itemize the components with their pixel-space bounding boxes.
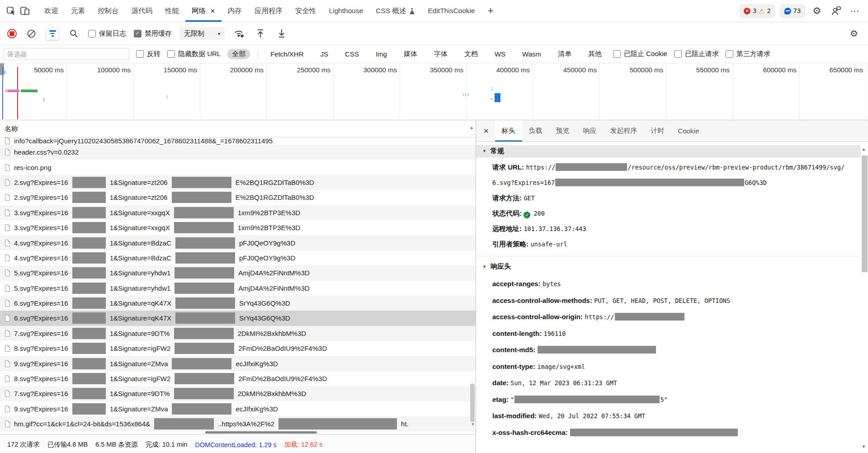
issues-badge[interactable]: ✕ 3 ⚠ 2 bbox=[740, 5, 775, 18]
request-row[interactable]: 6.svg?Expires=161&Signature=qK47XSrYq43G… bbox=[0, 296, 476, 311]
request-row[interactable]: 4.svg?Expires=161&Signature=BdzaCpFJ0QeO… bbox=[0, 250, 476, 265]
clear-network-log-icon[interactable] bbox=[24, 27, 38, 40]
request-row[interactable]: 7.svg?Expires=161&Signature=9DT%2DkMI%2B… bbox=[0, 386, 476, 401]
inspect-element-icon[interactable] bbox=[5, 4, 18, 18]
request-row[interactable]: 5.svg?Expires=161&Signature=yhdw1AmjD4A%… bbox=[0, 281, 476, 296]
request-row[interactable]: hm.gif?cc=1&ck=1&cl=24-bit&ds=1536x864&.… bbox=[0, 416, 476, 431]
header-key: 远程地址: bbox=[492, 225, 522, 232]
request-row[interactable]: 3.svg?Expires=161&Signature=xxgqX1xm9%2B… bbox=[0, 220, 476, 235]
timeline-overview[interactable]: 50000 ms100000 ms150000 ms200000 ms25000… bbox=[0, 63, 868, 120]
request-row[interactable]: header.css?v=0.0232 bbox=[0, 145, 476, 160]
checkbox-unchecked[interactable] bbox=[726, 50, 733, 58]
details-tab-Cookie[interactable]: Cookie bbox=[671, 120, 706, 142]
details-tab-计时[interactable]: 计时 bbox=[644, 120, 671, 142]
search-icon[interactable] bbox=[67, 27, 80, 40]
filter-pill-其他[interactable]: 其他 bbox=[584, 49, 606, 59]
request-row[interactable]: 8.svg?Expires=161&Signature=igFW22FmD%2B… bbox=[0, 341, 476, 356]
export-har-icon[interactable] bbox=[275, 27, 288, 40]
more-tools-button[interactable]: + bbox=[481, 1, 500, 21]
checkbox-unchecked[interactable] bbox=[613, 50, 621, 58]
filter-toggle-button[interactable] bbox=[46, 27, 59, 40]
filter-pill-WS[interactable]: WS bbox=[490, 49, 510, 59]
scroll-up-icon[interactable]: ▲ bbox=[470, 126, 474, 130]
filter-input[interactable] bbox=[4, 48, 129, 60]
devtools-tab-欢迎[interactable]: 欢迎 bbox=[38, 0, 65, 22]
redacted-data bbox=[72, 328, 106, 339]
disable-cache-checkbox[interactable]: 禁用缓存 bbox=[134, 29, 172, 38]
request-row[interactable]: 8.svg?Expires=161&Signature=igFW22FmD%2B… bbox=[0, 371, 476, 386]
request-row[interactable]: 2.svg?Expires=161&Signature=zt206E%2BQ1R… bbox=[0, 175, 476, 190]
network-settings-gear-icon[interactable]: ⚙ bbox=[847, 27, 861, 40]
scroll-down-icon[interactable]: ▾ bbox=[472, 422, 474, 426]
network-conditions-icon[interactable] bbox=[232, 27, 246, 40]
general-section-header[interactable]: ▼ 常规 bbox=[476, 145, 861, 157]
request-row[interactable]: 2.svg?Expires=161&Signature=zt206E%2BQ1R… bbox=[0, 190, 476, 205]
request-row[interactable]: 9.svg?Expires=161&Signature=ZMvaecJIfxiK… bbox=[0, 356, 476, 371]
scroll-down-icon[interactable]: ▼ bbox=[862, 445, 866, 449]
details-tab-标头[interactable]: 标头 bbox=[495, 120, 522, 142]
header-key: etag: bbox=[492, 396, 509, 403]
checkbox-unchecked[interactable] bbox=[674, 50, 682, 58]
scroll-up-icon[interactable]: ▲ bbox=[862, 147, 866, 151]
devtools-tab-性能[interactable]: 性能 bbox=[159, 0, 185, 22]
details-tab-发起程序[interactable]: 发起程序 bbox=[604, 120, 644, 142]
close-details-icon[interactable]: ✕ bbox=[476, 127, 495, 135]
devtools-tab-CSS 概述[interactable]: CSS 概述 bbox=[369, 0, 421, 22]
device-emulation-icon[interactable] bbox=[18, 4, 32, 18]
filter-pill-Wasm[interactable]: Wasm bbox=[518, 49, 546, 59]
filter-pill-Fetch/XHR[interactable]: Fetch/XHR bbox=[266, 49, 308, 59]
devtools-tab-控制台[interactable]: 控制台 bbox=[91, 0, 125, 22]
devtools-tab-安全性[interactable]: 安全性 bbox=[289, 0, 323, 22]
devtools-tab-元素[interactable]: 元素 bbox=[65, 0, 91, 22]
invert-filter-checkbox[interactable]: 反转 bbox=[136, 50, 160, 58]
details-tab-预览[interactable]: 预览 bbox=[549, 120, 576, 142]
feedback-icon[interactable] bbox=[829, 4, 843, 18]
checkbox-unchecked[interactable] bbox=[88, 30, 96, 38]
devtools-tab-EditThisCookie[interactable]: EditThisCookie bbox=[421, 0, 481, 22]
checkbox-checked[interactable] bbox=[134, 30, 142, 38]
messages-badge[interactable]: 73 bbox=[780, 5, 805, 18]
request-row[interactable]: info?callback=jQuery11020243058538674700… bbox=[0, 137, 476, 145]
request-row[interactable]: 9.svg?Expires=161&Signature=ZMvaecJIfxiK… bbox=[0, 401, 476, 416]
filter-pill-文档[interactable]: 文档 bbox=[460, 49, 482, 59]
horizontal-scrollbar[interactable] bbox=[0, 431, 476, 434]
filter-pill-CSS[interactable]: CSS bbox=[340, 49, 363, 59]
filter-pill-清单[interactable]: 清单 bbox=[553, 49, 576, 59]
checkbox-unchecked[interactable] bbox=[167, 50, 175, 58]
preserve-log-checkbox[interactable]: 保留日志 bbox=[88, 29, 126, 38]
horizontal-scrollbar-thumb[interactable] bbox=[205, 431, 317, 434]
checkbox-unchecked[interactable] bbox=[136, 50, 144, 58]
response-headers-section-header[interactable]: ▼ 响应头 bbox=[476, 256, 861, 274]
request-row[interactable]: 5.svg?Expires=161&Signature=yhdw1AmjD4A%… bbox=[0, 265, 476, 280]
throttling-dropdown[interactable]: 无限制 ▾ bbox=[179, 27, 225, 40]
devtools-tab-源代码[interactable]: 源代码 bbox=[125, 0, 159, 22]
devtools-tab-内存[interactable]: 内存 bbox=[222, 0, 248, 22]
more-options-icon[interactable]: ⋯ bbox=[848, 4, 862, 18]
blocked-cookies-checkbox[interactable]: 已阻止 Cookie bbox=[613, 50, 667, 58]
details-tab-响应[interactable]: 响应 bbox=[576, 120, 604, 142]
record-network-log-button[interactable] bbox=[7, 29, 17, 38]
filter-pill-全部[interactable]: 全部 bbox=[227, 49, 250, 59]
third-party-checkbox[interactable]: 第三方请求 bbox=[726, 50, 770, 58]
hide-data-urls-checkbox[interactable]: 隐藏数据 URL bbox=[167, 50, 221, 58]
details-scrollbar-thumb[interactable] bbox=[862, 156, 868, 272]
request-row[interactable]: 6.svg?Expires=161&Signature=qK47XSrYq43G… bbox=[0, 311, 476, 326]
blocked-requests-checkbox[interactable]: 已阻止请求 bbox=[674, 50, 719, 58]
devtools-tab-Lighthouse[interactable]: Lighthouse bbox=[322, 0, 369, 22]
request-row[interactable]: res-icon.png bbox=[0, 160, 476, 175]
details-tab-负载[interactable]: 负载 bbox=[522, 120, 549, 142]
request-row[interactable]: 3.svg?Expires=161&Signature=xxgqX1xm9%2B… bbox=[0, 205, 476, 220]
request-row[interactable]: 4.svg?Expires=161&Signature=BdzaCpFJ0QeO… bbox=[0, 235, 476, 250]
list-scrollbar-thumb[interactable] bbox=[470, 383, 475, 422]
filter-pill-Img[interactable]: Img bbox=[371, 49, 392, 59]
import-har-icon[interactable] bbox=[254, 27, 267, 40]
close-tab-icon[interactable]: ✕ bbox=[210, 8, 215, 14]
devtools-tab-应用程序[interactable]: 应用程序 bbox=[248, 0, 289, 22]
name-column-header[interactable]: 名称 bbox=[0, 120, 476, 137]
devtools-tab-网络[interactable]: 网络✕ bbox=[185, 0, 222, 22]
filter-pill-字体[interactable]: 字体 bbox=[429, 49, 452, 59]
request-row[interactable]: 7.svg?Expires=161&Signature=9DT%2DkMI%2B… bbox=[0, 326, 476, 341]
settings-gear-icon[interactable]: ⚙ bbox=[810, 4, 824, 18]
filter-pill-JS[interactable]: JS bbox=[316, 49, 333, 59]
filter-pill-媒体[interactable]: 媒体 bbox=[399, 49, 422, 59]
